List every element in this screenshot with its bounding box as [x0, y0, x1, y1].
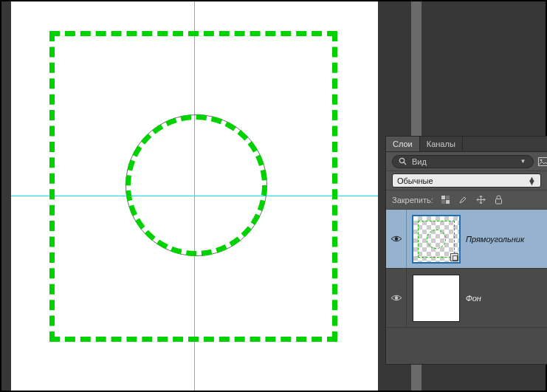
svg-point-0	[399, 158, 404, 162]
layer-row-background[interactable]: Фон	[386, 269, 547, 328]
search-icon	[397, 156, 408, 167]
layer-thumbnail[interactable]	[413, 275, 460, 322]
panel-tabs: Слои Каналы	[386, 137, 547, 152]
tab-channels[interactable]: Каналы	[420, 137, 463, 151]
layers-list: Прямоугольник Фон	[386, 210, 547, 364]
layer-filter[interactable]: ▼	[392, 155, 534, 168]
svg-rect-2	[539, 157, 548, 165]
svg-rect-7	[441, 200, 445, 204]
lock-pixels-icon[interactable]	[439, 193, 453, 207]
layer-filter-input[interactable]	[412, 157, 514, 166]
tab-layers[interactable]: Слои	[386, 137, 420, 151]
svg-rect-8	[446, 200, 450, 204]
lock-move-icon[interactable]	[475, 193, 488, 207]
blend-row: Обычные ▲▼	[386, 171, 547, 190]
svg-point-10	[394, 237, 397, 240]
canvas[interactable]	[11, 1, 378, 391]
visibility-toggle[interactable]	[386, 210, 407, 268]
layer-name[interactable]: Прямоугольник	[466, 235, 524, 244]
svg-point-11	[394, 296, 397, 299]
select-arrows-icon: ▲▼	[528, 177, 536, 185]
lock-row: Закрепить:	[386, 190, 547, 210]
svg-line-1	[404, 162, 406, 165]
image-icon[interactable]	[538, 156, 547, 167]
svg-point-3	[540, 159, 543, 161]
layer-name[interactable]: Фон	[466, 294, 481, 303]
layers-panel: Слои Каналы ▼ Обычные ▲▼ Закрепить:	[385, 136, 547, 365]
svg-rect-5	[441, 196, 445, 199]
svg-rect-9	[496, 199, 502, 204]
layer-thumbnail[interactable]	[413, 216, 460, 263]
blend-mode-select[interactable]: Обычные ▲▼	[392, 173, 541, 188]
thumb-circle-icon	[427, 230, 446, 249]
shape-circle-dashed[interactable]	[125, 114, 267, 256]
vector-mask-badge-icon	[450, 253, 458, 261]
lock-brush-icon[interactable]	[457, 193, 470, 207]
lock-all-icon[interactable]	[492, 193, 506, 207]
layer-row-rectangle[interactable]: Прямоугольник	[386, 210, 547, 269]
visibility-toggle[interactable]	[386, 269, 407, 327]
svg-rect-6	[446, 196, 450, 199]
blend-mode-value: Обычные	[397, 176, 433, 185]
chevron-down-icon[interactable]: ▼	[517, 156, 529, 167]
lock-label: Закрепить:	[392, 196, 433, 204]
filter-row: ▼	[386, 152, 547, 171]
